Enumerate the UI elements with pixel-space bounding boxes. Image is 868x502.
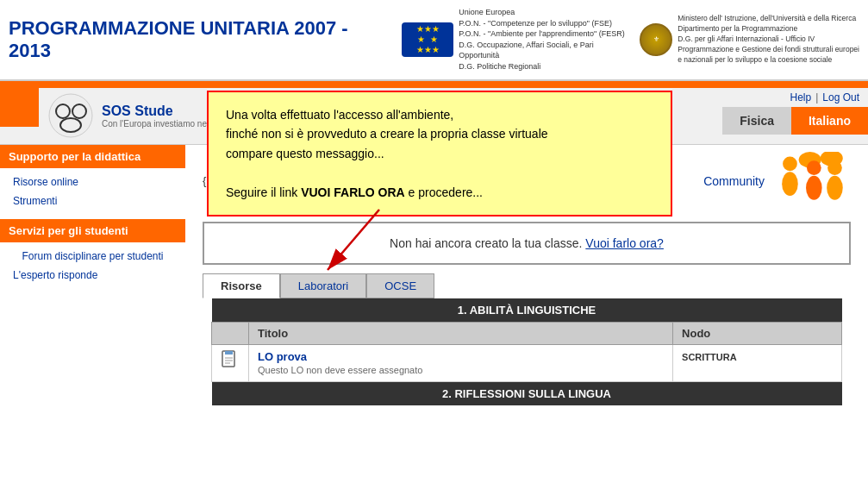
nav-divider: | xyxy=(815,91,818,104)
resources-table: 1. ABILITÀ LINGUISTICHE Titolo Nodo xyxy=(211,298,842,405)
svg-point-8 xyxy=(807,160,821,175)
sidebar-section-didattica: Supporto per la didattica Risorse online… xyxy=(0,145,185,215)
italiano-button[interactable]: Italiano xyxy=(791,107,868,135)
eu-flag-icon: ★★★★ ★★★★ xyxy=(402,22,453,57)
strumenti-link[interactable]: Strumenti xyxy=(0,191,185,210)
eu-logo: ★★★★ ★★★★ Unione Europea P.O.N. - "Compe… xyxy=(402,7,631,72)
tooltip-line1: Una volta effettuato l'accesso all'ambie… xyxy=(226,105,653,124)
table-section-1-header: 1. ABILITÀ LINGUISTICHE xyxy=(212,298,842,323)
lo-prova-link[interactable]: LO prova xyxy=(258,350,307,363)
community-figures-icon xyxy=(773,152,851,210)
community-area: Community xyxy=(703,152,851,210)
create-class-link[interactable]: Vuoi farlo ora? xyxy=(585,236,664,250)
tab-laboratori[interactable]: Laboratori xyxy=(280,273,367,298)
community-link[interactable]: Community xyxy=(703,174,765,188)
sidebar-item-risorse[interactable]: Risorse online xyxy=(0,173,185,191)
eu-text: Unione Europea P.O.N. - "Competenze per … xyxy=(459,7,631,72)
sos-brand-text: SOS Stude xyxy=(102,104,222,119)
svg-point-0 xyxy=(49,94,92,137)
node-badge: SCRITTURA xyxy=(682,352,737,362)
col-icon-header xyxy=(212,322,249,344)
sidebar-section-studenti: Servizi per gli studenti Forum disciplin… xyxy=(0,219,185,289)
resources-table-wrapper: 1. ABILITÀ LINGUISTICHE Titolo Nodo xyxy=(203,298,851,405)
message-box: Non hai ancora creato la tua classe. Vuo… xyxy=(203,222,851,265)
document-icon xyxy=(221,350,240,369)
esperto-link[interactable]: L'esperto risponde xyxy=(0,266,185,285)
svg-rect-14 xyxy=(225,351,233,355)
nav-right: Help | Log Out Fisica Italiano xyxy=(722,88,868,144)
tooltip-line3: compare questo messaggio... xyxy=(226,144,653,163)
ministry-seal-icon: ⚜ xyxy=(640,23,672,56)
sidebar: Supporto per la didattica Risorse online… xyxy=(0,145,185,490)
table-row: LO prova Questo LO non deve essere asseg… xyxy=(212,344,842,381)
col-titolo-header: Titolo xyxy=(249,322,673,344)
tab-risorse[interactable]: Risorse xyxy=(203,273,280,298)
svg-point-5 xyxy=(783,156,797,171)
sidebar-item-forum[interactable]: Forum disciplinare per studenti xyxy=(0,247,185,266)
tabs-container: Risorse Laboratori OCSE xyxy=(203,273,851,298)
svg-point-9 xyxy=(806,175,822,199)
sidebar-item-strumenti[interactable]: Strumenti xyxy=(0,191,185,210)
ministry-text: Ministero dell' Istruzione, dell'Univers… xyxy=(678,14,859,65)
ministry-logo: ⚜ Ministero dell' Istruzione, dell'Unive… xyxy=(640,14,859,65)
nav-tagline: Con l'Europa investiamo nel v... xyxy=(102,119,222,129)
sidebar-header-studenti: Servizi per gli studenti xyxy=(0,219,185,242)
svg-point-12 xyxy=(827,175,843,199)
tab-ocse[interactable]: OCSE xyxy=(366,273,434,298)
col-nodo-header: Nodo xyxy=(673,322,842,344)
sos-logo-icon xyxy=(47,92,95,140)
svg-point-11 xyxy=(827,160,842,175)
lo-description: Questo LO non deve essere assegnato xyxy=(258,365,422,375)
row-node-cell: SCRITTURA xyxy=(673,344,842,381)
forum-link[interactable]: Forum disciplinare per studenti xyxy=(0,247,185,266)
fisica-button[interactable]: Fisica xyxy=(722,107,791,135)
table-section-2-header: 2. RIFLESSIONI SULLA LINGUA xyxy=(212,381,842,405)
row-title-cell: LO prova Questo LO non deve essere asseg… xyxy=(249,344,673,381)
logo-area: SOS Stude Con l'Europa investiamo nel v.… xyxy=(39,88,231,144)
orange-square xyxy=(0,88,39,127)
nav-left: SOS Stude Con l'Europa investiamo nel v.… xyxy=(0,88,231,144)
sidebar-header-didattica: Supporto per la didattica xyxy=(0,145,185,168)
row-icon-cell xyxy=(212,344,249,381)
help-link[interactable]: Help xyxy=(790,91,811,104)
message-text: Non hai ancora creato la tua classe. xyxy=(390,236,582,250)
risorse-online-link[interactable]: Risorse online xyxy=(0,173,185,191)
orange-separator xyxy=(0,81,868,88)
nav-subject-buttons: Fisica Italiano xyxy=(722,107,868,135)
sidebar-items-didattica: Risorse online Strumenti xyxy=(0,168,185,215)
tooltip-line4: Seguire il link VUOI FARLO ORA e procede… xyxy=(226,183,653,202)
svg-point-6 xyxy=(782,172,798,196)
logout-link[interactable]: Log Out xyxy=(822,91,859,104)
nav-top-links: Help | Log Out xyxy=(781,88,868,107)
tooltip-line2: finché non si è provveduto a creare la p… xyxy=(226,124,653,143)
tooltip-popup: Una volta effettuato l'accesso all'ambie… xyxy=(207,91,672,216)
page-title: PROGRAMMAZIONE UNITARIA 2007 - 2013 xyxy=(9,17,393,62)
sidebar-items-studenti: Forum disciplinare per studenti L'espert… xyxy=(0,242,185,289)
sidebar-item-esperto[interactable]: L'esperto risponde xyxy=(0,266,185,285)
